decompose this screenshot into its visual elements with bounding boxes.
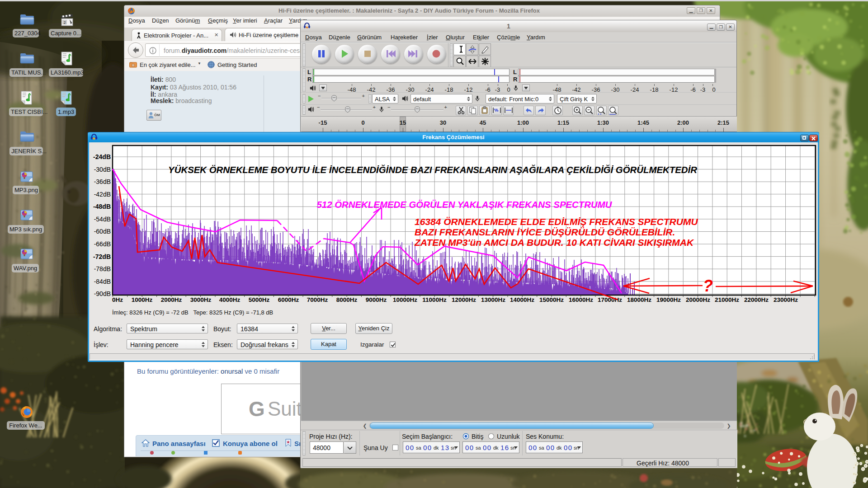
svg-text:-48dB: -48dB (93, 203, 111, 210)
svg-text:11000Hz: 11000Hz (422, 296, 447, 303)
svg-text:3000Hz: 3000Hz (190, 296, 212, 303)
svg-text:-30dB: -30dB (94, 166, 111, 173)
svg-text:-24dB: -24dB (93, 153, 111, 160)
svg-text:10000Hz: 10000Hz (393, 296, 417, 303)
svg-text:20000Hz: 20000Hz (686, 296, 710, 303)
svg-text:6000Hz: 6000Hz (278, 296, 299, 303)
svg-text:?: ? (703, 277, 713, 295)
svg-text:19000Hz: 19000Hz (656, 296, 681, 303)
svg-text:7000Hz: 7000Hz (307, 296, 328, 303)
svg-text:ZATEN MP3'ün AMCI DA BUDUR. 10: ZATEN MP3'ün AMCI DA BUDUR. 10 KATI CİVA… (414, 237, 694, 248)
svg-text:14000Hz: 14000Hz (510, 296, 534, 303)
svg-text:-84dB: -84dB (94, 278, 111, 285)
svg-text:BAZI FREKANSLARIN İYİCE DÜŞÜRÜ: BAZI FREKANSLARIN İYİCE DÜŞÜRÜLDÜ GÖRÜLE… (415, 227, 675, 237)
svg-text:-90dB: -90dB (94, 290, 111, 297)
svg-text:4000Hz: 4000Hz (219, 296, 241, 303)
svg-text:23000Hz: 23000Hz (774, 296, 798, 303)
svg-text:0Hz: 0Hz (112, 296, 123, 303)
svg-text:21000Hz: 21000Hz (715, 296, 739, 303)
svg-text:-66dB: -66dB (94, 240, 111, 248)
svg-text:512 ÖRNEKLEMEDE GÖRÜLEN YAKLAŞ: 512 ÖRNEKLEMEDE GÖRÜLEN YAKLAŞIK FREKANS… (317, 200, 613, 210)
svg-text:18000Hz: 18000Hz (627, 296, 651, 303)
svg-text:-42dB: -42dB (94, 191, 111, 198)
svg-text:22000Hz: 22000Hz (744, 296, 769, 303)
svg-text:12000Hz: 12000Hz (452, 296, 476, 303)
svg-text:16000Hz: 16000Hz (569, 296, 593, 303)
svg-text:15000Hz: 15000Hz (539, 296, 564, 303)
svg-text:-36dB: -36dB (94, 178, 111, 185)
svg-text:8000Hz: 8000Hz (336, 296, 358, 303)
svg-text:-60dB: -60dB (94, 228, 111, 235)
svg-text:16384 ÖRNEKLEMEDE ELDE EDİLMİŞ: 16384 ÖRNEKLEMEDE ELDE EDİLMİŞ FREKANS S… (415, 216, 698, 227)
svg-text:9000Hz: 9000Hz (366, 296, 387, 303)
svg-text:-78dB: -78dB (94, 265, 111, 272)
svg-text:5000Hz: 5000Hz (249, 296, 270, 303)
svg-text:1000Hz: 1000Hz (132, 296, 153, 303)
svg-text:-72dB: -72dB (93, 253, 111, 260)
svg-text:YÜKSEK ÖRNEKLEME BOYUTU İLE İN: YÜKSEK ÖRNEKLEME BOYUTU İLE İNCELENDİĞİN… (168, 164, 697, 175)
svg-text:2: 2 (63, 20, 66, 25)
svg-text:-54dB: -54dB (94, 216, 111, 223)
svg-text:2000Hz: 2000Hz (161, 296, 182, 303)
svg-text:13000Hz: 13000Hz (481, 296, 505, 303)
